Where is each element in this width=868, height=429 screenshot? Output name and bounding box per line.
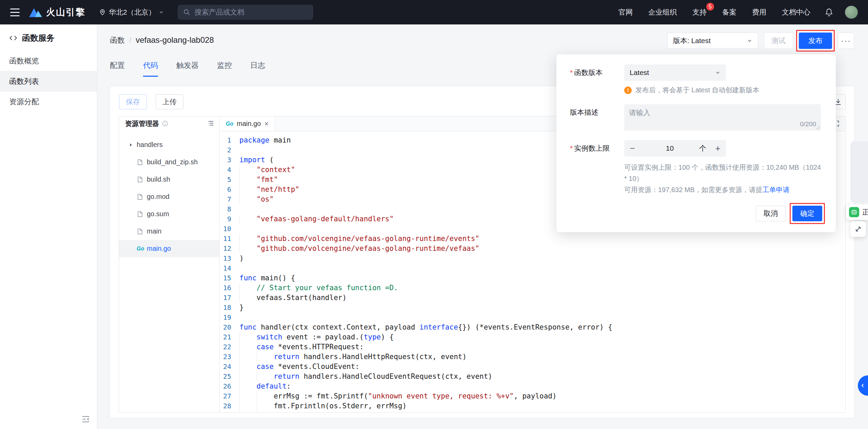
code-line: 27 errMsg := fmt.Sprintf("unknown event … (220, 391, 845, 401)
line-number: 26 (220, 381, 239, 391)
region-label: 华北2（北京） (109, 7, 156, 17)
nav-link[interactable]: 企业组织 (648, 7, 677, 17)
breadcrumb-root-link[interactable]: 函数 (110, 35, 125, 45)
line-number: 13 (220, 254, 239, 263)
test-button[interactable]: 测试 (764, 33, 793, 49)
fullscreen-float-button[interactable] (850, 221, 866, 237)
nav-link[interactable]: 费用 (752, 7, 766, 17)
brand-logo[interactable]: 火山引擎 (29, 6, 85, 18)
nav-link[interactable]: 备案 (722, 7, 736, 17)
file-name: main.go (147, 245, 171, 253)
code-line: 22 case *events.HTTPRequest: (220, 342, 845, 352)
line-number: 19 (220, 313, 239, 322)
support-badge: 5 (706, 3, 714, 11)
line-number: 2 (220, 145, 239, 155)
notification-bell-icon[interactable] (825, 8, 833, 17)
folder-caret-icon[interactable] (129, 143, 137, 147)
code-line: 17 vefaas.Start(handler) (220, 293, 845, 303)
hamburger-menu-icon[interactable] (10, 8, 20, 16)
file-row[interactable]: build.sh (119, 171, 219, 188)
resize-handle[interactable] (815, 125, 820, 130)
sidebar-item[interactable]: 函数列表 (0, 71, 97, 92)
confirm-button[interactable]: 确定 (792, 206, 822, 221)
code-line: 26 default: (220, 381, 845, 391)
info-icon[interactable] (162, 120, 168, 127)
version-select[interactable]: 版本: Latest (667, 33, 758, 49)
tab[interactable]: 监控 (217, 60, 232, 77)
line-number: 29 (220, 411, 239, 412)
code-line: 28 fmt.Fprintln(os.Stderr, errMsg) (220, 401, 845, 411)
collapsed-drawer-ghost (850, 141, 868, 202)
save-button[interactable]: 保存 (119, 94, 147, 109)
file-row[interactable]: Gomain.go (119, 240, 219, 257)
tab[interactable]: 代码 (143, 60, 158, 77)
assistant-icon (849, 207, 859, 217)
sidebar: 函数服务 函数概览函数列表资源分配 (0, 24, 97, 429)
instances-field-label: *实例数上限 (570, 140, 624, 156)
service-title: 函数服务 (22, 33, 55, 43)
user-avatar[interactable] (845, 6, 858, 19)
line-number: 16 (220, 283, 239, 293)
chevron-down-icon (715, 70, 721, 75)
global-search (178, 5, 313, 20)
region-selector[interactable]: 华北2（北京） (99, 7, 164, 17)
nav-link[interactable]: 支持5 (692, 7, 707, 17)
file-row[interactable]: go.mod (119, 188, 219, 205)
description-row: 版本描述 0/200 (570, 104, 822, 131)
outline-view-icon[interactable] (207, 120, 215, 127)
tab[interactable]: 配置 (110, 60, 125, 77)
file-row[interactable]: build_and_zip.sh (119, 153, 219, 171)
line-number: 4 (220, 165, 239, 175)
sidebar-item[interactable]: 函数概览 (0, 51, 97, 71)
line-number: 11 (220, 234, 239, 244)
nav-link[interactable]: 官网 (618, 7, 633, 17)
search-input[interactable] (195, 8, 308, 16)
minus-icon[interactable]: − (624, 143, 640, 154)
ticket-apply-link[interactable]: 工单申请 (763, 186, 790, 193)
file-row[interactable]: go.sum (119, 205, 219, 223)
tab[interactable]: 触发器 (176, 60, 199, 77)
confirm-annotation-box: 确定 (792, 206, 822, 221)
tab[interactable]: 日志 (250, 60, 265, 77)
warning-icon: ! (624, 87, 632, 94)
line-number: 1 (220, 135, 239, 145)
upload-button[interactable]: 上传 (156, 94, 183, 109)
dialog-footer: 取消 确定 (570, 206, 822, 221)
location-pin-icon (99, 9, 106, 16)
line-number: 3 (220, 155, 239, 165)
line-number: 23 (220, 352, 239, 362)
chevron-down-icon (159, 10, 164, 15)
code-line: 23 return handlers.HandleHttpRequest(ctx… (220, 352, 845, 362)
version-hint-text: 发布后，将会基于 Latest 自动创建新版本 (635, 86, 760, 95)
nav-link[interactable]: 文档中心 (782, 7, 810, 17)
search-icon (183, 8, 191, 16)
file-name: build_and_zip.sh (147, 158, 198, 166)
assistant-pill[interactable]: 正 (846, 204, 868, 220)
function-version-value: Latest (630, 69, 649, 77)
version-select-label: 版本: Latest (673, 36, 711, 45)
file-row[interactable]: handlers (119, 136, 219, 153)
file-row[interactable]: main (119, 223, 219, 240)
sidebar-item[interactable]: 资源分配 (0, 92, 97, 112)
code-line: 16 // Start your vefaas function =D. (220, 283, 845, 293)
resource-hints: 可设置实例上限：100 个，函数预计使用资源：10,240 MB（1024 * … (624, 162, 822, 195)
line-number: 15 (220, 273, 239, 283)
code-line: 20func handler(ctx context.Context, payl… (220, 322, 845, 332)
file-icon (137, 176, 147, 183)
plus-icon[interactable]: + (710, 143, 726, 154)
more-actions-button[interactable]: ··· (838, 33, 854, 49)
instances-value[interactable]: 10 (640, 144, 699, 152)
sidebar-collapse-icon[interactable] (81, 415, 90, 424)
function-version-select[interactable]: Latest (624, 64, 726, 81)
cancel-button[interactable]: 取消 (756, 206, 786, 221)
function-service-icon (9, 34, 18, 42)
line-number: 17 (220, 293, 239, 303)
file-name: build.sh (147, 175, 170, 183)
close-icon[interactable]: × (264, 120, 269, 128)
publish-button[interactable]: 发布 (799, 33, 832, 49)
code-line: 15func main() { (220, 273, 845, 283)
editor-tab-main-go[interactable]: Go main.go × (220, 116, 275, 131)
line-number: 14 (220, 263, 239, 273)
description-textarea[interactable] (624, 104, 821, 131)
code-line: 18} (220, 303, 845, 313)
